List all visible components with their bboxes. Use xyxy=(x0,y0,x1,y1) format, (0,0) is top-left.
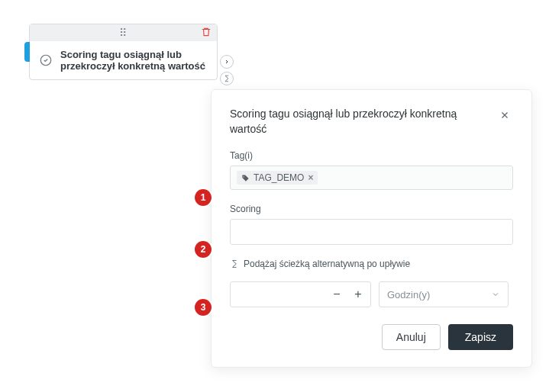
close-icon[interactable] xyxy=(496,107,513,124)
tag-chip[interactable]: TAG_DEMO × xyxy=(237,171,318,185)
unit-select[interactable]: Godzin(y) xyxy=(379,281,509,307)
stepper-minus-button[interactable]: − xyxy=(326,282,347,307)
tag-field-label: Tag(i) xyxy=(230,150,513,161)
trash-icon[interactable] xyxy=(200,26,212,38)
tag-score-icon xyxy=(39,53,53,67)
node-title: Scoring tagu osiągnął lub przekroczył ko… xyxy=(60,49,208,72)
tag-input[interactable]: TAG_DEMO × xyxy=(230,165,513,190)
chevron-down-icon xyxy=(491,290,500,299)
scoring-field-label: Scoring xyxy=(230,204,513,214)
annotation-marker-1: 1 xyxy=(195,189,212,206)
time-stepper[interactable]: − + xyxy=(230,281,371,307)
drag-handle-icon[interactable]: ⠿ xyxy=(119,27,128,38)
hourglass-icon xyxy=(230,259,239,268)
save-button[interactable]: Zapisz xyxy=(448,324,513,350)
node-output-connector-icon[interactable] xyxy=(220,55,234,69)
stepper-plus-button[interactable]: + xyxy=(347,282,369,307)
time-value-input[interactable] xyxy=(242,286,326,304)
trigger-node[interactable]: ⠿ Scoring tagu osiągnął lub przekroczył … xyxy=(29,24,218,80)
node-alt-connector-icon[interactable] xyxy=(220,72,234,85)
annotation-marker-2: 2 xyxy=(195,241,212,258)
remove-tag-icon[interactable]: × xyxy=(308,172,313,183)
panel-title: Scoring tagu osiągnął lub przekroczył ko… xyxy=(230,107,474,137)
unit-select-label: Godzin(y) xyxy=(387,289,430,300)
alt-path-row: Podążaj ścieżką alternatywną po upływie xyxy=(230,259,513,269)
tag-icon xyxy=(241,174,250,182)
annotation-marker-3: 3 xyxy=(195,299,212,316)
alt-path-label: Podążaj ścieżką alternatywną po upływie xyxy=(244,259,410,269)
node-body: Scoring tagu osiągnął lub przekroczył ko… xyxy=(30,41,217,79)
tag-chip-label: TAG_DEMO xyxy=(254,172,304,183)
scoring-input[interactable] xyxy=(230,219,513,245)
cancel-button[interactable]: Anuluj xyxy=(382,324,441,350)
node-input-connector xyxy=(24,42,30,62)
config-panel: Scoring tagu osiągnął lub przekroczył ko… xyxy=(211,89,532,368)
node-header[interactable]: ⠿ xyxy=(30,24,217,41)
